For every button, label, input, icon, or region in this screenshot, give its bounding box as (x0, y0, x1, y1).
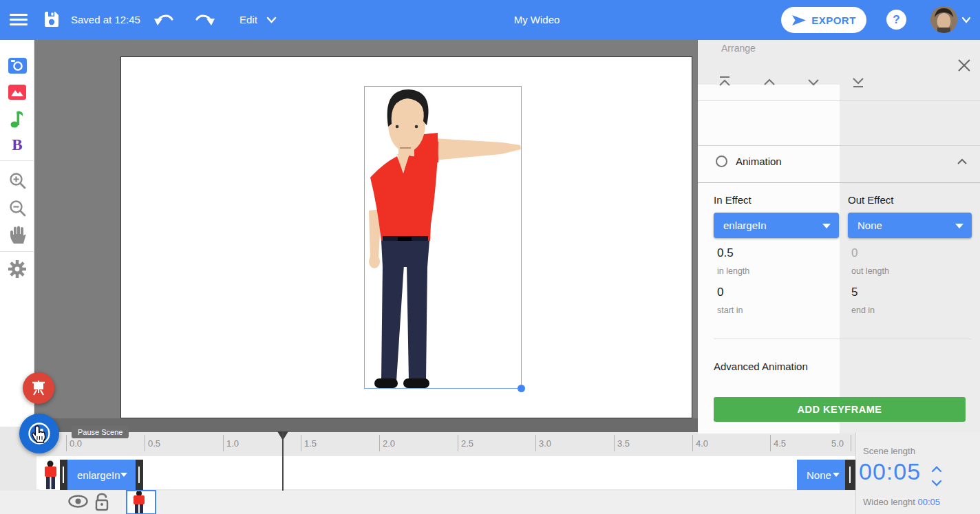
in-effect-dropdown[interactable]: enlargeIn (714, 213, 839, 238)
timeline-track-row: enlargeIn None (0, 454, 855, 491)
resize-handle[interactable] (518, 385, 525, 392)
send-backward-icon[interactable] (807, 76, 820, 89)
hamburger-menu-icon[interactable] (10, 11, 28, 28)
start-in-value[interactable]: 0 (717, 286, 723, 299)
in-effect-label: In Effect (714, 194, 752, 206)
bold-text-icon[interactable]: B (0, 133, 34, 157)
ruler-tick-label: 2.0 (383, 438, 395, 449)
work-area (34, 40, 698, 432)
avatar-photo-icon (930, 6, 957, 33)
wideo-length: Wideo lenght 00:05 (863, 497, 940, 507)
tool-sidebar: B (0, 40, 34, 427)
collapse-chevron-up-icon[interactable] (957, 158, 968, 165)
ruler-tick-label: 4.0 (696, 438, 708, 449)
music-note-icon[interactable] (0, 107, 34, 130)
add-keyframe-button[interactable]: ADD KEYFRAME (714, 397, 966, 422)
lock-open-icon[interactable] (94, 493, 110, 511)
dropdown-chevron-icon (120, 473, 127, 477)
edit-menu-label: Edit (239, 14, 257, 25)
out-length-value[interactable]: 0 (851, 246, 858, 260)
animation-radio[interactable] (716, 156, 727, 167)
ruler-tick-label: 1.0 (226, 438, 239, 449)
end-in-value[interactable]: 5 (851, 286, 858, 299)
camera-icon[interactable] (0, 54, 34, 77)
wideo-length-label: Wideo lenght (863, 497, 915, 507)
ruler-tick-label: 3.0 (539, 438, 551, 449)
in-effect-value: enlargeIn (723, 219, 767, 231)
save-status: Saved at 12:45 (71, 14, 140, 25)
arrange-panel: Arrange Animation In Effect Out Effect (698, 40, 980, 433)
scene-length-value[interactable]: 00:05 (859, 458, 921, 485)
dropdown-chevron-icon (833, 473, 840, 477)
out-effect-dropdown[interactable]: None (848, 213, 972, 238)
save-icon[interactable] (44, 11, 59, 28)
zoom-in-icon[interactable] (0, 169, 34, 192)
presentation-board-icon (30, 379, 47, 397)
work-area-bottom-band (34, 418, 698, 432)
edit-chevron-down-icon[interactable] (266, 17, 277, 23)
clip-in-end-handle[interactable] (136, 460, 143, 490)
settings-gear-icon[interactable] (0, 257, 34, 281)
dropdown-chevron-icon (955, 224, 963, 228)
clip-left-handle[interactable] (60, 460, 67, 490)
playhead-line (282, 432, 284, 491)
image-icon[interactable] (0, 81, 34, 104)
redo-icon[interactable] (194, 12, 215, 28)
eye-visibility-icon[interactable] (68, 495, 88, 508)
character-illustration (365, 87, 522, 389)
ruler-tick-label: 0.0 (70, 438, 82, 449)
timeline-in-effect-value: enlargeIn (77, 469, 120, 481)
animation-section-header: Animation (698, 146, 980, 182)
send-to-back-icon[interactable] (852, 76, 864, 89)
bring-to-front-icon[interactable] (718, 76, 731, 89)
project-title[interactable]: My Wideo (482, 14, 592, 25)
pause-scene-tooltip: Pause Scene (72, 426, 129, 438)
undo-icon[interactable] (154, 12, 175, 28)
ruler-tick-label: 1.5 (304, 438, 317, 449)
header-bar: Saved at 12:45 Edit My Wideo EXPORT ? (0, 0, 980, 40)
track-element-thumbnail[interactable] (39, 460, 62, 490)
help-button[interactable]: ? (886, 10, 906, 30)
in-length-label: in length (717, 266, 749, 276)
wideo-editor: Saved at 12:45 Edit My Wideo EXPORT ? (0, 0, 980, 514)
ruler-tick-label: 2.5 (461, 438, 473, 449)
scene-length-decrease-icon[interactable] (930, 479, 943, 487)
layer-thumbnail[interactable] (126, 490, 156, 514)
timeline-out-effect-dropdown[interactable]: None (797, 460, 845, 490)
animation-section-label: Animation (736, 156, 782, 167)
scene-canvas[interactable] (120, 56, 692, 418)
ruler-tick-label: 0.5 (148, 438, 160, 449)
zoom-out-icon[interactable] (0, 196, 34, 219)
send-plane-icon (791, 14, 806, 26)
export-button[interactable]: EXPORT (781, 7, 866, 33)
dropdown-chevron-icon (822, 224, 831, 228)
close-icon[interactable] (957, 58, 972, 73)
present-scene-button[interactable] (23, 372, 54, 404)
scene-track[interactable] (36, 456, 855, 489)
end-in-label: end in (851, 306, 875, 315)
timeline-out-effect-value: None (807, 469, 831, 481)
ruler-tick-label: 4.5 (774, 438, 786, 449)
selected-character-element[interactable] (364, 86, 522, 389)
ruler-tick-label: 3.5 (617, 438, 630, 449)
edit-menu[interactable]: Edit (239, 14, 257, 25)
avatar[interactable] (930, 6, 957, 33)
hand-cursor-icon (30, 425, 47, 444)
out-length-label: out length (851, 266, 889, 276)
timeline-in-effect-dropdown[interactable]: enlargeIn (67, 460, 136, 490)
clip-right-handle[interactable] (845, 460, 855, 490)
advanced-animation-label: Advanced Animation (714, 361, 808, 372)
scene-length-increase-icon[interactable] (930, 465, 943, 473)
scene-length-box: Scene length 00:05 Wideo lenght 00:05 (855, 432, 980, 514)
out-effect-label: Out Effect (848, 194, 893, 206)
pan-hand-icon[interactable] (0, 223, 34, 246)
ruler-tick-label: 5.0 (831, 438, 844, 449)
export-button-label: EXPORT (811, 14, 856, 26)
out-effect-value: None (858, 219, 882, 231)
account-chevron-down-icon[interactable] (961, 17, 971, 23)
bring-forward-icon[interactable] (763, 76, 776, 89)
scene-length-label: Scene length (863, 446, 915, 456)
in-length-value[interactable]: 0.5 (717, 246, 734, 260)
start-in-label: start in (717, 306, 743, 315)
panel-title: Arrange (721, 43, 756, 54)
